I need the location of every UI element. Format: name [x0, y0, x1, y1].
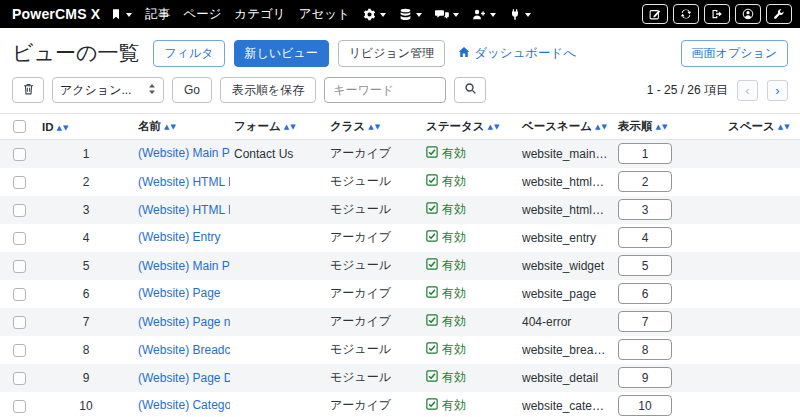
column-header-status[interactable]: ステータス▲▼: [422, 114, 518, 140]
row-checkbox[interactable]: [13, 176, 26, 189]
row-form: [230, 224, 326, 252]
row-status: 有効: [422, 308, 518, 336]
display-order-input[interactable]: [618, 199, 672, 220]
plugin-menu[interactable]: [509, 8, 531, 21]
sort-arrows-icon[interactable]: ▲▼: [595, 123, 608, 131]
row-checkbox[interactable]: [13, 288, 26, 301]
column-header-order[interactable]: 表示順▲▼: [614, 114, 710, 140]
display-order-input[interactable]: [618, 255, 672, 276]
sort-arrows-icon[interactable]: ▲▼: [368, 123, 381, 131]
compose-button[interactable]: [642, 4, 668, 24]
select-all-checkbox[interactable]: [13, 120, 26, 133]
view-name-link[interactable]: (Website) Breadcrumbs: [138, 343, 230, 357]
column-header-class[interactable]: クラス▲▼: [326, 114, 422, 140]
nav-item-entries[interactable]: 記事: [145, 6, 170, 23]
logout-button[interactable]: [704, 4, 730, 24]
view-name-link[interactable]: (Website) Main Page: [138, 146, 230, 160]
settings-menu[interactable]: [363, 8, 386, 21]
table-row: 5 (Website) Main Page Widget モジュール 有効 we…: [0, 252, 800, 280]
display-order-input[interactable]: [618, 339, 672, 360]
sort-arrows-icon[interactable]: ▲▼: [57, 124, 70, 132]
comments-menu[interactable]: [435, 8, 459, 21]
column-header-form[interactable]: フォーム▲▼: [230, 114, 326, 140]
view-name-link[interactable]: (Website) Main Page Widget: [138, 259, 230, 273]
user-add-menu[interactable]: [472, 8, 496, 21]
row-checkbox[interactable]: [13, 400, 26, 413]
row-basename: website_html_header: [518, 168, 614, 196]
column-header-id[interactable]: ID▲▼: [38, 114, 134, 140]
display-order-input[interactable]: [618, 283, 672, 304]
row-class: モジュール: [326, 168, 422, 196]
row-id: 3: [38, 196, 134, 224]
nav-item-categories[interactable]: カテゴリ: [234, 6, 285, 23]
row-class: アーカイブ: [326, 392, 422, 417]
display-order-input[interactable]: [618, 395, 672, 416]
row-basename: website_entry: [518, 224, 614, 252]
row-checkbox[interactable]: [13, 204, 26, 217]
new-view-button[interactable]: 新しいビュー: [234, 40, 329, 67]
action-select[interactable]: アクション...: [52, 77, 164, 103]
row-checkbox[interactable]: [13, 316, 26, 329]
status-check-icon: [426, 202, 438, 217]
view-name-link[interactable]: (Website) Page: [138, 286, 220, 300]
column-header-name[interactable]: 名前▲▼: [134, 114, 230, 140]
save-order-button[interactable]: 表示順を保存: [220, 77, 316, 103]
row-checkbox[interactable]: [13, 148, 26, 161]
view-name-link[interactable]: (Website) Page Detail: [138, 371, 230, 385]
status-label: 有効: [442, 173, 466, 190]
sort-arrows-icon[interactable]: ▲▼: [284, 123, 297, 131]
display-order-input[interactable]: [618, 171, 672, 192]
go-button[interactable]: Go: [172, 77, 212, 103]
column-header-basename[interactable]: ベースネーム▲▼: [518, 114, 614, 140]
sort-arrows-icon[interactable]: ▲▼: [656, 123, 669, 131]
screen-options-button[interactable]: 画面オプション: [681, 40, 788, 67]
table-row: 6 (Website) Page アーカイブ 有効 website_page: [0, 280, 800, 308]
account-button[interactable]: [735, 4, 761, 24]
display-order-input[interactable]: [618, 311, 672, 332]
view-name-link[interactable]: (Website) Category: [138, 398, 230, 412]
row-space: [710, 308, 800, 336]
sort-arrows-icon[interactable]: ▲▼: [778, 123, 791, 131]
row-id: 6: [38, 280, 134, 308]
row-checkbox[interactable]: [13, 232, 26, 245]
brand-logo[interactable]: PowerCMS X: [12, 6, 100, 22]
view-name-link[interactable]: (Website) Page not found: [138, 315, 230, 329]
prev-page-button[interactable]: ‹: [737, 80, 758, 101]
logout-icon: [711, 8, 723, 20]
search-button[interactable]: [454, 77, 486, 103]
refresh-button[interactable]: [673, 4, 699, 24]
row-space: [710, 252, 800, 280]
row-checkbox[interactable]: [13, 344, 26, 357]
view-name-link[interactable]: (Website) HTML Header: [138, 175, 230, 189]
row-basename: website_breadcrumbs: [518, 336, 614, 364]
column-header-space[interactable]: スペース▲▼: [710, 114, 800, 140]
bookmark-menu[interactable]: [110, 8, 132, 20]
filter-button[interactable]: フィルタ: [153, 40, 224, 67]
database-menu[interactable]: [399, 8, 422, 21]
display-order-input[interactable]: [618, 143, 672, 164]
table-row: 4 (Website) Entry アーカイブ 有効 website_entry: [0, 224, 800, 252]
next-page-button[interactable]: ›: [767, 80, 788, 101]
row-basename: website_category: [518, 392, 614, 417]
nav-item-pages[interactable]: ページ: [183, 6, 221, 23]
view-name-link[interactable]: (Website) Entry: [138, 230, 220, 244]
row-class: モジュール: [326, 336, 422, 364]
view-name-link[interactable]: (Website) HTML Footer: [138, 203, 230, 217]
nav-item-assets[interactable]: アセット: [299, 6, 350, 23]
display-order-input[interactable]: [618, 367, 672, 388]
keyword-input[interactable]: [324, 77, 446, 103]
row-checkbox[interactable]: [13, 260, 26, 273]
row-basename: website_page: [518, 280, 614, 308]
revision-manage-button[interactable]: リビジョン管理: [338, 40, 445, 67]
status-label: 有効: [442, 257, 466, 274]
dashboard-link[interactable]: ダッシュボードへ: [458, 45, 576, 62]
sort-arrows-icon[interactable]: ▲▼: [488, 123, 501, 131]
row-form: [230, 308, 326, 336]
delete-button[interactable]: [12, 77, 44, 103]
row-basename: website_main_page: [518, 140, 614, 168]
tools-button[interactable]: [766, 4, 792, 24]
status-check-icon: [426, 286, 438, 301]
row-checkbox[interactable]: [13, 372, 26, 385]
display-order-input[interactable]: [618, 227, 672, 248]
sort-arrows-icon[interactable]: ▲▼: [164, 123, 177, 131]
